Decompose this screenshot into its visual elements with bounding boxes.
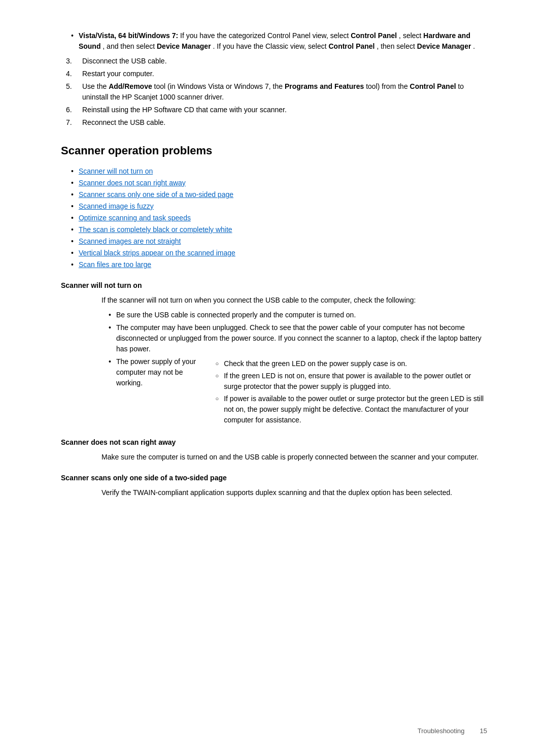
subsection-heading-1: Scanner does not scan right away: [61, 437, 487, 448]
toc-link-0[interactable]: Scanner will not turn on: [79, 166, 153, 177]
device-manager-bold2: Device Manager: [417, 42, 471, 50]
subsection-body-1: Make sure the computer is turned on and …: [101, 452, 487, 463]
toc-item-7: Vertical black strips appear on the scan…: [61, 248, 487, 258]
sub-bullet-0-2-2: If power is available to the power outle…: [209, 393, 488, 425]
toc-link-5[interactable]: The scan is completely black or complete…: [79, 224, 232, 235]
bullet-text-0-0: Be sure the USB cable is connected prope…: [116, 310, 356, 320]
bullet-text-0-1: The computer may have been unplugged. Ch…: [116, 322, 487, 354]
vista-item: Vista/Vista, 64 bit/Windows 7: If you ha…: [61, 30, 487, 52]
device-manager-bold1: Device Manager: [157, 42, 211, 50]
control-panel-bold1: Control Panel: [351, 31, 397, 40]
control-panel-bold3: Control Panel: [410, 82, 456, 90]
step-3-num: 3.: [66, 56, 75, 67]
step-6-text: Reinstall using the HP Software CD that …: [82, 105, 487, 115]
toc-list: Scanner will not turn onScanner does not…: [61, 166, 487, 270]
subsection-heading-0: Scanner will not turn on: [61, 280, 487, 291]
bullet-item-0-2: The power supply of your computer may no…: [101, 356, 487, 427]
bullet-item-0-0: Be sure the USB cable is connected prope…: [101, 310, 487, 320]
subsection-body-0: If the scanner will not turn on when you…: [101, 295, 487, 306]
sub-bullet-text-0-2-2: If power is available to the power outle…: [224, 393, 487, 425]
toc-link-8[interactable]: Scan files are too large: [79, 259, 151, 270]
sub-bullet-text-0-2-1: If the green LED is not on, ensure that …: [224, 371, 487, 392]
toc-item-0: Scanner will not turn on: [61, 166, 487, 177]
toc-link-7[interactable]: Vertical black strips appear on the scan…: [79, 248, 235, 258]
toc-link-2[interactable]: Scanner scans only one side of a two-sid…: [79, 189, 233, 200]
toc-item-2: Scanner scans only one side of a two-sid…: [61, 189, 487, 200]
toc-item-8: Scan files are too large: [61, 259, 487, 270]
sub-bullet-0-2-1: If the green LED is not on, ensure that …: [209, 371, 488, 392]
step-7-text: Reconnect the USB cable.: [82, 117, 487, 128]
programs-features-bold: Programs and Features: [285, 82, 364, 90]
toc-item-5: The scan is completely black or complete…: [61, 224, 487, 235]
section-title: Scanner operation problems: [61, 142, 487, 159]
step-4-text: Restart your computer.: [82, 69, 487, 79]
step-7-num: 7.: [66, 117, 75, 128]
toc-item-6: Scanned images are not straight: [61, 236, 487, 247]
step-6-num: 6.: [66, 105, 75, 115]
toc-item-1: Scanner does not scan right away: [61, 178, 487, 188]
bullet-item-0-1: The computer may have been unplugged. Ch…: [101, 322, 487, 354]
sub-bullet-text-0-2-0: Check that the green LED on the power su…: [224, 358, 407, 369]
step-7: 7. Reconnect the USB cable.: [61, 117, 487, 128]
step-5-content: Use the Add/Remove tool (in Windows Vist…: [82, 81, 487, 103]
step-5: 5. Use the Add/Remove tool (in Windows V…: [61, 81, 487, 103]
footer-page: 15: [480, 726, 487, 736]
subsection-body-2: Verify the TWAIN-compliant application s…: [101, 487, 487, 498]
vista-text5: , then select: [376, 42, 417, 50]
step-4-num: 4.: [66, 69, 75, 79]
add-remove-bold: Add/Remove: [109, 82, 152, 90]
toc-link-3[interactable]: Scanned image is fuzzy: [79, 201, 154, 212]
vista-content: Vista/Vista, 64 bit/Windows 7: If you ha…: [79, 30, 487, 52]
toc-link-6[interactable]: Scanned images are not straight: [79, 236, 181, 247]
bullet-text-0-2: The power supply of your computer may no…: [116, 356, 198, 388]
sub-bullets-0-2: Check that the green LED on the power su…: [209, 358, 488, 427]
toc-item-4: Optimize scanning and task speeds: [61, 213, 487, 223]
footer-label: Troubleshooting: [418, 726, 465, 736]
page: Vista/Vista, 64 bit/Windows 7: If you ha…: [0, 0, 548, 756]
control-panel-bold2: Control Panel: [328, 42, 374, 50]
vista-text1: If you have the categorized Control Pane…: [180, 31, 351, 40]
toc-link-1[interactable]: Scanner does not scan right away: [79, 178, 186, 188]
numbered-steps-list: 3. Disconnect the USB cable. 4. Restart …: [61, 56, 487, 128]
subsection-bullets-0: Be sure the USB cable is connected prope…: [101, 310, 487, 427]
vista-text6: .: [473, 42, 475, 50]
vista-label: Vista/Vista, 64 bit/Windows 7:: [79, 31, 178, 40]
vista-text3: , and then select: [102, 42, 157, 50]
step-4: 4. Restart your computer.: [61, 69, 487, 79]
step-5-num: 5.: [66, 81, 75, 92]
subsections-container: Scanner will not turn onIf the scanner w…: [61, 280, 487, 498]
toc-item-3: Scanned image is fuzzy: [61, 201, 487, 212]
page-footer: Troubleshooting 15: [418, 726, 487, 736]
step-3: 3. Disconnect the USB cable.: [61, 56, 487, 67]
step-6: 6. Reinstall using the HP Software CD th…: [61, 105, 487, 115]
toc-link-4[interactable]: Optimize scanning and task speeds: [79, 213, 191, 223]
intro-block: Vista/Vista, 64 bit/Windows 7: If you ha…: [61, 30, 487, 128]
subsection-heading-2: Scanner scans only one side of a two-sid…: [61, 473, 487, 483]
vista-text4: . If you have the Classic view, select: [213, 42, 328, 50]
step-3-text: Disconnect the USB cable.: [82, 56, 487, 67]
sub-bullet-0-2-0: Check that the green LED on the power su…: [209, 358, 488, 369]
vista-text2: , select: [399, 31, 423, 40]
